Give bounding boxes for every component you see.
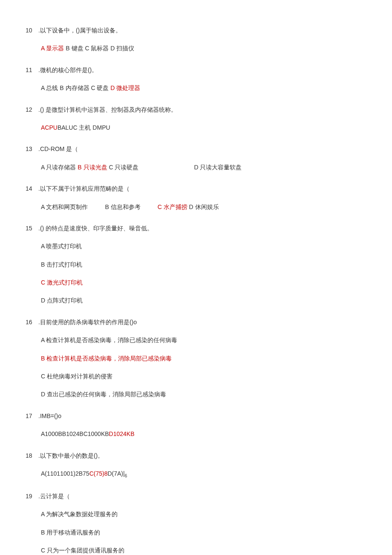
question-text: .() 是微型计算机中运算器、控制器及内存储器统称。 bbox=[38, 105, 366, 114]
question-18: 18.以下数中最小的数是()。A(11011001)2B75C(75)8D(7A… bbox=[26, 451, 366, 479]
options-block: A 显示器 B 键盘 C 鼠标器 D 扫描仪 bbox=[26, 44, 366, 53]
option-text: B 用于移动通讯服务的 bbox=[41, 529, 100, 536]
option-text: D 点阵式打印机 bbox=[41, 297, 83, 304]
option-text: A(11011001)2B75 bbox=[41, 470, 89, 477]
option-text: A 为解决气象数据处理服务的 bbox=[41, 511, 118, 517]
option-line: D 点阵式打印机 bbox=[41, 296, 366, 305]
options-block: A 文档和网页制作B 信息和参考C 水产捕捞 D 休闲娱乐 bbox=[26, 202, 366, 212]
option-text: C 杜绝病毒对计算机的侵害 bbox=[41, 373, 112, 380]
question-stem: 13.CD-ROM 是（ bbox=[26, 144, 366, 154]
question-number: 16 bbox=[26, 317, 38, 327]
question-stem: 19.云计算是（ bbox=[26, 491, 366, 501]
option-text: B 信息和参考 bbox=[105, 203, 140, 210]
question-number: 10 bbox=[26, 26, 38, 35]
document-body: 10.以下设备中，()属于输出设备。A 显示器 B 键盘 C 鼠标器 D 扫描仪… bbox=[26, 26, 366, 555]
question-11: 11.微机的核心部件是()。A 总线 B 内存储器 C 硬盘 D 微处理器 bbox=[26, 65, 366, 93]
question-10: 10.以下设备中，()属于输出设备。A 显示器 B 键盘 C 鼠标器 D 扫描仪 bbox=[26, 26, 366, 53]
question-text: .以下设备中，()属于输出设备。 bbox=[38, 26, 366, 35]
question-number: 13 bbox=[26, 144, 38, 154]
question-stem: 18.以下数中最小的数是()。 bbox=[26, 451, 366, 460]
question-number: 15 bbox=[26, 224, 38, 233]
question-stem: 11.微机的核心部件是()。 bbox=[26, 65, 366, 75]
question-stem: 10.以下设备中，()属于输出设备。 bbox=[26, 26, 366, 35]
option-line: D 查出已感染的任何病毒，消除局部已感染病毒 bbox=[41, 389, 366, 399]
option-line: A 只读存储器 B 只读光盘 C 只读硬盘D 只读大容量软盘 bbox=[41, 163, 366, 172]
option-text-highlight: D 微处理器 bbox=[110, 84, 140, 91]
question-text: .CD-ROM 是（ bbox=[38, 144, 366, 154]
question-text: .微机的核心部件是()。 bbox=[38, 65, 366, 75]
question-14: 14.以下不属于计算机应用范畴的是（A 文档和网页制作B 信息和参考C 水产捕捞… bbox=[26, 184, 366, 212]
options-block: A 为解决气象数据处理服务的B 用于移动通讯服务的C 只为一个集团提供通讯服务的 bbox=[26, 509, 366, 555]
options-block: A(11011001)2B75C(75)8D(7A)|6 bbox=[26, 469, 366, 479]
option-text: D 查出已感染的任何病毒，消除局部已感染病毒 bbox=[41, 391, 166, 398]
option-text: D 只读大容量软盘 bbox=[194, 164, 242, 171]
option-text: A 总线 B 内存储器 C 硬盘 bbox=[41, 84, 110, 91]
question-stem: 15.() 的特点是速度快、印字质量好、噪音低。 bbox=[26, 224, 366, 233]
question-number: 17 bbox=[26, 411, 38, 421]
option-text: A 文档和网页制作 bbox=[41, 203, 88, 210]
option-text-highlight: D1024KB bbox=[109, 430, 135, 437]
option-line: A 检查计算机是否感染病毒，消除已感染的任何病毒 bbox=[41, 335, 366, 345]
option-text: D 休闲娱乐 bbox=[187, 203, 219, 210]
question-number: 12 bbox=[26, 105, 38, 114]
question-stem: 14.以下不属于计算机应用范畴的是（ bbox=[26, 184, 366, 193]
option-text-highlight: B 检查计算机是否感染病毒，消除局部已感染病毒 bbox=[41, 355, 172, 362]
option-line: C 激光式打印机 bbox=[41, 278, 366, 287]
question-stem: 17.IMB=()o bbox=[26, 411, 366, 421]
question-15: 15.() 的特点是速度快、印字质量好、噪音低。A 喷墨式打印机B 击打式打印机… bbox=[26, 224, 366, 305]
option-text-highlight: B 只读光盘 bbox=[78, 164, 107, 171]
option-line: C 杜绝病毒对计算机的侵害 bbox=[41, 372, 366, 381]
question-stem: 16.目前使用的防杀病毒软件的作用是()o bbox=[26, 317, 366, 327]
question-text: .IMB=()o bbox=[38, 411, 366, 421]
option-text: B 键盘 C 鼠标器 D 扫描仪 bbox=[64, 45, 134, 52]
question-number: 19 bbox=[26, 491, 38, 501]
question-number: 18 bbox=[26, 451, 38, 460]
option-text: D(7A)| bbox=[107, 470, 124, 477]
option-line: C 只为一个集团提供通讯服务的 bbox=[41, 546, 366, 555]
option-text-highlight: C(75)8 bbox=[89, 470, 108, 477]
option-line: A1000BB1024BC1000KBD1024KB bbox=[41, 429, 366, 439]
options-block: A 检查计算机是否感染病毒，消除已感染的任何病毒B 检查计算机是否感染病毒，消除… bbox=[26, 335, 366, 399]
option-text: 6 bbox=[125, 474, 127, 478]
option-text: A 检查计算机是否感染病毒，消除已感染的任何病毒 bbox=[41, 337, 177, 343]
option-text-highlight: C 水产捕捞 bbox=[158, 203, 187, 210]
option-text: A1000BB1024BC1000KB bbox=[41, 430, 109, 437]
question-number: 14 bbox=[26, 184, 38, 193]
question-19: 19.云计算是（A 为解决气象数据处理服务的B 用于移动通讯服务的C 只为一个集… bbox=[26, 491, 366, 555]
option-line: A 为解决气象数据处理服务的 bbox=[41, 509, 366, 519]
question-17: 17.IMB=()oA1000BB1024BC1000KBD1024KB bbox=[26, 411, 366, 439]
option-text: B 击打式打印机 bbox=[41, 261, 82, 268]
question-text: .以下不属于计算机应用范畴的是（ bbox=[38, 184, 366, 193]
option-text: C 只为一个集团提供通讯服务的 bbox=[41, 547, 124, 554]
question-text: .以下数中最小的数是()。 bbox=[38, 451, 366, 460]
question-text: .() 的特点是速度快、印字质量好、噪音低。 bbox=[38, 224, 366, 233]
option-line: B 击打式打印机 bbox=[41, 260, 366, 269]
option-text: C 只读硬盘 bbox=[107, 164, 139, 171]
options-block: A 喷墨式打印机B 击打式打印机C 激光式打印机D 点阵式打印机 bbox=[26, 241, 366, 305]
question-12: 12.() 是微型计算机中运算器、控制器及内存储器统称。ACPUBALUC 主机… bbox=[26, 105, 366, 133]
option-line: A 文档和网页制作B 信息和参考C 水产捕捞 D 休闲娱乐 bbox=[41, 202, 366, 212]
question-text: .云计算是（ bbox=[38, 491, 366, 501]
option-line: A(11011001)2B75C(75)8D(7A)|6 bbox=[41, 469, 366, 479]
option-text: A 只读存储器 bbox=[41, 164, 78, 171]
option-line: A 喷墨式打印机 bbox=[41, 241, 366, 251]
question-13: 13.CD-ROM 是（A 只读存储器 B 只读光盘 C 只读硬盘D 只读大容量… bbox=[26, 144, 366, 172]
option-line: B 检查计算机是否感染病毒，消除局部已感染病毒 bbox=[41, 354, 366, 363]
option-line: B 用于移动通讯服务的 bbox=[41, 528, 366, 537]
option-text-highlight: ACPU bbox=[41, 124, 58, 131]
question-number: 11 bbox=[26, 65, 38, 75]
options-block: ACPUBALUC 主机 DMPU bbox=[26, 123, 366, 132]
question-text: .目前使用的防杀病毒软件的作用是()o bbox=[38, 317, 366, 327]
option-text: A 喷墨式打印机 bbox=[41, 243, 82, 250]
options-block: A 只读存储器 B 只读光盘 C 只读硬盘D 只读大容量软盘 bbox=[26, 163, 366, 172]
question-16: 16.目前使用的防杀病毒软件的作用是()oA 检查计算机是否感染病毒，消除已感染… bbox=[26, 317, 366, 399]
options-block: A 总线 B 内存储器 C 硬盘 D 微处理器 bbox=[26, 83, 366, 93]
option-line: ACPUBALUC 主机 DMPU bbox=[41, 123, 366, 132]
option-line: A 显示器 B 键盘 C 鼠标器 D 扫描仪 bbox=[41, 44, 366, 53]
option-text: BALUC 主机 DMPU bbox=[58, 124, 110, 131]
option-text-highlight: C 激光式打印机 bbox=[41, 279, 83, 286]
option-line: A 总线 B 内存储器 C 硬盘 D 微处理器 bbox=[41, 83, 366, 93]
options-block: A1000BB1024BC1000KBD1024KB bbox=[26, 429, 366, 439]
option-text-highlight: A 显示器 bbox=[41, 45, 64, 52]
question-stem: 12.() 是微型计算机中运算器、控制器及内存储器统称。 bbox=[26, 105, 366, 114]
